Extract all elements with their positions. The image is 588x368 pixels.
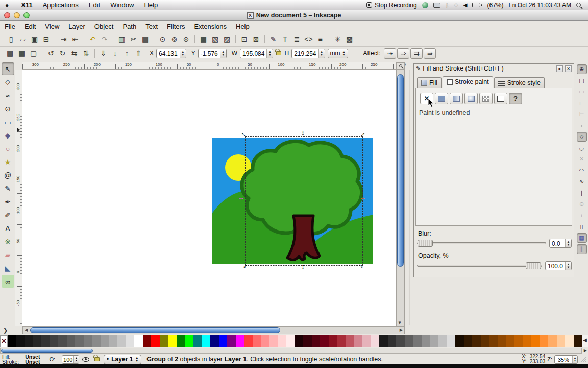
enable-snapping-icon[interactable]: ⊕	[577, 64, 587, 74]
palette-swatch[interactable]	[362, 335, 371, 347]
palette-swatch[interactable]	[193, 335, 202, 347]
w-input[interactable]: 195.084▲▼	[240, 49, 273, 58]
vertical-scrollbar-thumb[interactable]	[397, 74, 404, 267]
redo-icon[interactable]: ↷	[99, 34, 110, 45]
group-icon[interactable]: ⊡	[238, 34, 250, 45]
rectangle-tool[interactable]: ▭	[2, 116, 14, 128]
zoom-drawing-icon[interactable]: ⊚	[168, 34, 180, 45]
select-all-icon[interactable]: ▤	[4, 48, 16, 59]
layer-dropdown[interactable]: • Layer 1 ▲▼	[104, 355, 141, 364]
scroll-down-arrow[interactable]: ▼	[398, 320, 402, 325]
paint-unknown-button[interactable]: ?	[509, 93, 522, 104]
eraser-tool[interactable]: ▰	[2, 248, 14, 261]
displays-icon[interactable]	[433, 3, 440, 8]
menu-x11[interactable]: X11	[16, 1, 37, 9]
snap-smooth-nodes-icon[interactable]: ∿	[577, 177, 587, 187]
spotlight-icon[interactable]	[576, 3, 581, 7]
wifi-icon[interactable]: ◇	[454, 2, 458, 8]
create-clone-icon[interactable]: ▧	[209, 34, 221, 45]
snap-path-intersections-icon[interactable]: ✕	[577, 154, 587, 164]
palette-swatch[interactable]	[67, 335, 76, 347]
paint-swatch-button[interactable]	[494, 93, 507, 104]
panel-dock-button[interactable]: ▸	[556, 65, 563, 72]
palette-swatch[interactable]	[379, 335, 388, 347]
unlink-clone-icon[interactable]: ▨	[221, 34, 233, 45]
palette-scroll-left-icon[interactable]: ◀	[583, 337, 587, 343]
palette-swatch[interactable]	[430, 335, 438, 347]
lower-to-bottom-icon[interactable]: ⇓	[97, 48, 109, 59]
palette-swatch[interactable]	[109, 335, 118, 347]
horizontal-scrollbar-thumb[interactable]	[30, 327, 280, 333]
units-dropdown[interactable]: mm▲▼	[328, 49, 348, 58]
palette-none-swatch[interactable]: ✕	[0, 335, 8, 347]
tab-fill[interactable]: Fill	[417, 77, 442, 88]
palette-swatch[interactable]	[481, 335, 489, 347]
palette-swatch[interactable]	[464, 335, 473, 347]
gradient-handle-left[interactable]: ↔	[238, 195, 244, 201]
flip-horizontal-icon[interactable]: ⇆	[68, 48, 80, 59]
palette-swatch[interactable]	[219, 335, 228, 347]
palette-swatch[interactable]	[134, 335, 143, 347]
snap-paths-icon[interactable]: ◡	[577, 143, 587, 153]
dock-resize-gutter[interactable]	[408, 70, 410, 325]
palette-swatch[interactable]	[447, 335, 455, 347]
zoom-tool[interactable]: ⊙	[2, 102, 14, 115]
w-spinner[interactable]: ▲▼	[266, 49, 273, 58]
palette-swatch[interactable]	[151, 335, 160, 347]
toolbox-expand-arrow[interactable]: ❯	[3, 327, 8, 334]
palette-swatch[interactable]	[185, 335, 193, 347]
snap-cusp-nodes-icon[interactable]: ◠	[577, 166, 587, 175]
new-document-icon[interactable]: ▯	[5, 34, 17, 45]
palette-swatch[interactable]	[405, 335, 413, 347]
spiral-tool[interactable]: @	[2, 169, 14, 181]
snap-page-border-icon[interactable]: ▯	[577, 222, 587, 232]
gradient-handle-right[interactable]: ↔	[359, 195, 366, 201]
opacity-slider-thumb[interactable]	[526, 262, 541, 269]
zoom-selection-icon[interactable]: ⊙	[157, 34, 168, 45]
palette-swatch[interactable]	[143, 335, 152, 347]
resize-grip[interactable]	[580, 356, 586, 362]
paste-icon[interactable]: ▤	[139, 34, 151, 45]
fill-stroke-dialog-icon[interactable]: ✎	[267, 34, 279, 45]
toolbar-icon[interactable]	[113, 35, 113, 43]
lock-ratio-icon[interactable]	[276, 51, 281, 55]
palette-swatch[interactable]	[371, 335, 380, 347]
palette-swatch[interactable]	[253, 335, 261, 347]
import-icon[interactable]: ⇥	[58, 34, 69, 45]
toolbar-icon[interactable]	[194, 35, 195, 43]
rotate-ccw-icon[interactable]: ↺	[45, 48, 57, 59]
palette-swatch[interactable]	[312, 335, 321, 347]
palette-swatch[interactable]	[24, 335, 33, 347]
palette-scrollbar[interactable]	[0, 348, 582, 354]
layer-lock-icon[interactable]	[94, 357, 100, 361]
inkscape-menu-item[interactable]: Help	[231, 22, 254, 30]
scroll-left-arrow[interactable]: ◀	[24, 328, 28, 332]
snap-grid-icon[interactable]: ▦	[577, 233, 587, 243]
palette-swatch[interactable]	[295, 335, 304, 347]
lower-icon[interactable]: ↓	[109, 48, 121, 59]
toolbar-icon[interactable]	[329, 35, 329, 43]
inkscape-menu-item[interactable]: Path	[118, 22, 141, 30]
palette-swatch[interactable]	[354, 335, 362, 347]
palette-swatch[interactable]	[210, 335, 219, 347]
save-icon[interactable]: ▣	[29, 34, 40, 45]
snap-bbox-corners-icon[interactable]: ∟	[577, 98, 587, 108]
palette-swatch[interactable]	[523, 335, 531, 347]
flip-vertical-icon[interactable]: ⇅	[80, 48, 92, 59]
palette-swatch[interactable]	[202, 335, 211, 347]
y-spinner[interactable]: ▲▼	[220, 49, 226, 58]
select-all-layers-icon[interactable]: ▦	[16, 48, 28, 59]
minimize-window-button[interactable]	[14, 12, 20, 18]
layers-dialog-icon[interactable]: ≣	[291, 34, 303, 45]
palette-swatch[interactable]	[244, 335, 253, 347]
palette-swatch[interactable]	[236, 335, 244, 347]
paint-radial-gradient-button[interactable]	[464, 93, 478, 104]
raise-to-top-icon[interactable]: ⇑	[133, 48, 144, 59]
inkscape-menu-item[interactable]: Object	[90, 22, 118, 30]
opacity-slider[interactable]	[417, 262, 542, 269]
palette-scrollbar-thumb[interactable]	[1, 349, 93, 353]
vertical-scrollbar[interactable]: ▼	[396, 70, 405, 326]
zoom-input[interactable]: 35%▲▼	[554, 355, 578, 364]
x11-status-icon[interactable]	[422, 2, 428, 8]
inkscape-menu-item[interactable]: File	[0, 22, 20, 30]
